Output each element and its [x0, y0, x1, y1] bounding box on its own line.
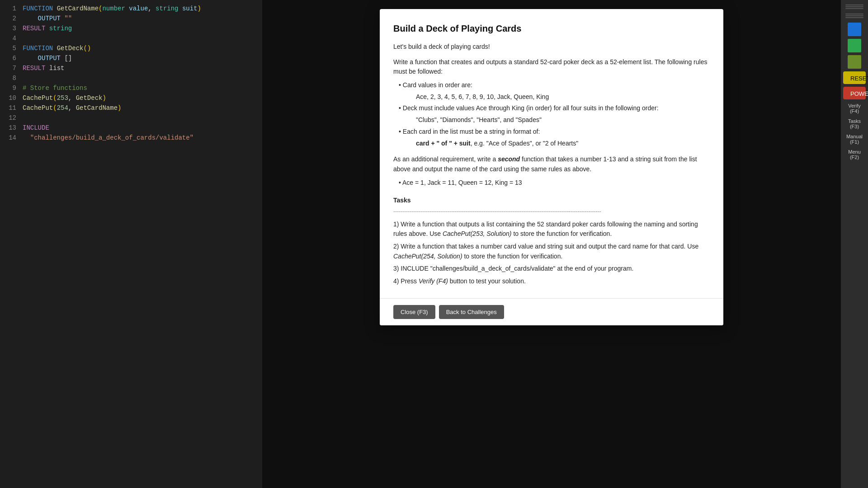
code-line-9: 9 # Store functions: [0, 83, 262, 93]
sidebar-lines-mid: [845, 14, 863, 18]
modal-body: Build a Deck of Playing Cards Let's buil…: [380, 9, 723, 298]
modal-intro: Let's build a deck of playing cards!: [393, 42, 710, 52]
code-line-7: 7 RESULT list: [0, 63, 262, 73]
task-2: 2) Write a function that takes a number …: [393, 242, 710, 261]
modal-dialog: Build a Deck of Playing Cards Let's buil…: [380, 9, 723, 325]
code-line-8: 8: [0, 73, 262, 83]
color-btn-green[interactable]: [848, 39, 861, 52]
color-btn-olive[interactable]: [848, 55, 861, 69]
code-line-4: 4: [0, 33, 262, 43]
code-editor: 1 FUNCTION GetCardName(number value, str…: [0, 0, 262, 488]
bullet-3-sub: card + " of " + suit, e.g. "Ace of Spade…: [416, 139, 710, 149]
modal-footer: Close (F3) Back to Challenges: [380, 298, 723, 325]
manual-button[interactable]: Manual (F1): [842, 133, 867, 145]
reset-button[interactable]: RESET: [843, 71, 866, 84]
task-3: 3) INCLUDE "challenges/build_a_deck_of_c…: [393, 264, 710, 274]
code-line-3: 3 RESULT string: [0, 23, 262, 33]
modal-overlay: Build a Deck of Playing Cards Let's buil…: [262, 0, 841, 488]
code-line-2: 2 OUTPUT "": [0, 14, 262, 23]
close-button[interactable]: Close (F3): [393, 305, 435, 319]
tasks-button[interactable]: Tasks (F3): [842, 117, 867, 130]
code-line-12: 12: [0, 113, 262, 123]
code-line-5: 5 FUNCTION GetDeck(): [0, 43, 262, 53]
bullet-3: • Each card in the list must be a string…: [399, 127, 710, 137]
code-line-6: 6 OUTPUT []: [0, 53, 262, 63]
ace-mapping: • Ace = 1, Jack = 11, Queen = 12, King =…: [399, 178, 710, 188]
sidebar-lines-top: [845, 5, 863, 9]
task-1: 1) Write a function that outputs a list …: [393, 220, 710, 239]
modal-description: Write a function that creates and output…: [393, 57, 710, 77]
power-button[interactable]: POWER: [843, 87, 866, 99]
additional-requirement: As an additional requirement, write a se…: [393, 155, 710, 174]
back-to-challenges-button[interactable]: Back to Challenges: [439, 305, 504, 319]
code-line-14: 14 "challenges/build_a_deck_of_cards/val…: [0, 133, 262, 143]
bullet-2-sub: "Clubs", "Diamonds", "Hearts", and "Spad…: [416, 115, 710, 125]
tasks-divider: ----------------------------------------…: [393, 207, 710, 216]
bullet-2: • Deck must include values Ace through K…: [399, 103, 710, 113]
code-line-11: 11 CachePut(254, GetCardName): [0, 103, 262, 113]
bullet-1: • Card values in order are:: [399, 80, 710, 90]
modal-title: Build a Deck of Playing Cards: [393, 22, 710, 36]
menu-button[interactable]: Menu (F2): [842, 148, 867, 161]
color-btn-blue[interactable]: [848, 23, 861, 36]
code-line-13: 13 INCLUDE: [0, 123, 262, 133]
code-line-10: 10 CachePut(253, GetDeck): [0, 93, 262, 103]
tasks-title: Tasks: [393, 196, 710, 206]
bullet-1-sub: Ace, 2, 3, 4, 5, 6, 7, 8, 9, 10, Jack, Q…: [416, 92, 710, 102]
right-sidebar: RESET POWER Verify (F4) Tasks (F3) Manua…: [841, 0, 868, 488]
verify-button[interactable]: Verify (F4): [842, 102, 867, 115]
code-line-1: 1 FUNCTION GetCardName(number value, str…: [0, 4, 262, 14]
task-4: 4) Press Verify (F4) button to test your…: [393, 277, 710, 286]
